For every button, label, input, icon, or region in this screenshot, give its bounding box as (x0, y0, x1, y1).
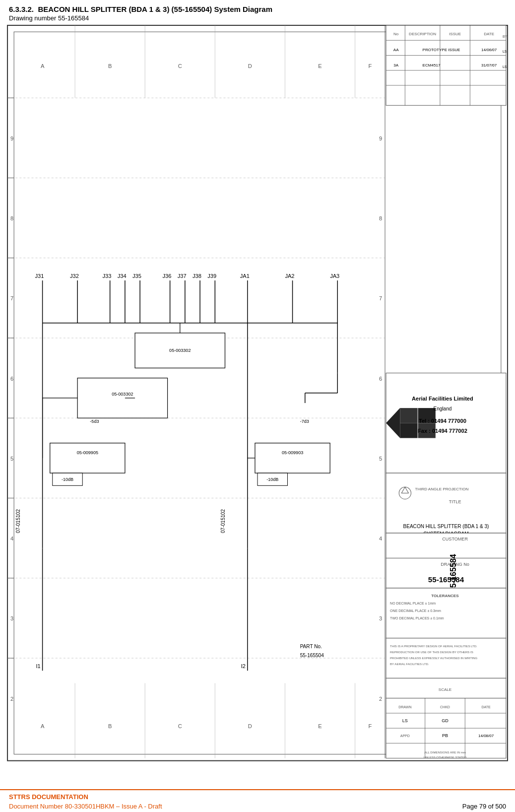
page-container: 6.3.3.2. BEACON HILL SPLITTER (BDA 1 & 3… (0, 0, 515, 812)
svg-text:4: 4 (10, 536, 13, 541)
header-title: 6.3.3.2. BEACON HILL SPLITTER (BDA 1 & 3… (9, 5, 506, 13)
svg-text:6: 6 (10, 376, 13, 382)
svg-text:05-009905: 05-009905 (77, 450, 98, 455)
svg-text:E: E (318, 63, 322, 69)
svg-text:J33: J33 (103, 273, 112, 279)
svg-rect-61 (400, 423, 417, 438)
svg-text:55-165504: 55-165504 (300, 653, 324, 658)
svg-text:-10dB: -10dB (62, 477, 73, 482)
footer-area: STTRS DOCUMENTATION Document Number 80-3… (0, 789, 515, 812)
svg-text:8: 8 (10, 215, 13, 221)
svg-text:Aerial Facilities Limited: Aerial Facilities Limited (412, 396, 473, 402)
sttrs-label: STTRS DOCUMENTATION (9, 793, 506, 801)
svg-text:2: 2 (10, 696, 13, 702)
svg-text:I2: I2 (241, 663, 246, 669)
svg-text:D: D (248, 63, 252, 69)
svg-text:7: 7 (10, 295, 13, 301)
svg-text:PROHIBITED UNLESS EXPRESSLY AU: PROHIBITED UNLESS EXPRESSLY AUTHORISED I… (390, 657, 477, 660)
svg-text:-10dB: -10dB (266, 477, 278, 482)
svg-text:THIS IS A PROPRIETARY DESIGN O: THIS IS A PROPRIETARY DESIGN OF AERIAL F… (390, 645, 477, 648)
svg-text:07-015102: 07-015102 (220, 509, 226, 534)
svg-text:TITLE: TITLE (449, 499, 461, 504)
svg-text:TWO DECIMAL PLACES ± 0.1mm: TWO DECIMAL PLACES ± 0.1mm (390, 616, 444, 620)
section-number: 6.3.3.2. (9, 5, 34, 13)
svg-text:05-003302: 05-003302 (169, 348, 191, 353)
doc-number: Document Number 80-330501HBKM – Issue A … (9, 803, 162, 810)
svg-text:A: A (41, 63, 45, 69)
svg-text:31/07/07: 31/07/07 (481, 63, 497, 68)
svg-text:6: 6 (379, 376, 382, 382)
svg-text:14/06/07: 14/06/07 (481, 48, 497, 52)
svg-text:3A: 3A (393, 63, 398, 68)
svg-text:THIRD ANGLE PROJECTION: THIRD ANGLE PROJECTION (415, 487, 468, 491)
svg-text:Tel : 01494 777000: Tel : 01494 777000 (419, 418, 466, 424)
svg-text:3: 3 (379, 615, 382, 621)
svg-text:DRAWN: DRAWN (398, 705, 411, 709)
svg-text:F: F (368, 723, 372, 729)
svg-text:ONE DECIMAL PLACE ± 0.3mm: ONE DECIMAL PLACE ± 0.3mm (390, 609, 441, 612)
header: 6.3.3.2. BEACON HILL SPLITTER (BDA 1 & 3… (0, 0, 515, 23)
svg-text:B: B (108, 723, 112, 729)
svg-text:J39: J39 (207, 273, 216, 279)
svg-text:JA2: JA2 (285, 273, 294, 279)
svg-text:LS: LS (402, 718, 408, 723)
svg-text:BY: BY (503, 35, 508, 38)
svg-text:BEACON HILL SPLITTER (BDA 1 & : BEACON HILL SPLITTER (BDA 1 & 3) (403, 524, 489, 529)
svg-text:SCALE: SCALE (439, 687, 452, 692)
footer-bottom: Document Number 80-330501HBKM – Issue A … (9, 803, 506, 810)
svg-text:-5d3: -5d3 (90, 419, 99, 424)
svg-text:UNLESS OTHERWISE STATED: UNLESS OTHERWISE STATED (424, 756, 467, 759)
title-text: BEACON HILL SPLITTER (BDA 1 & 3) (55-165… (38, 5, 272, 13)
svg-rect-156 (50, 443, 125, 473)
svg-text:F: F (368, 63, 372, 69)
svg-text:England: England (433, 406, 451, 411)
svg-text:DATE: DATE (484, 32, 494, 36)
svg-text:J36: J36 (162, 273, 171, 279)
svg-text:NO DECIMAL PLACE ± 1mm: NO DECIMAL PLACE ± 1mm (390, 602, 436, 605)
svg-text:D: D (248, 723, 252, 729)
svg-rect-169 (255, 443, 330, 473)
svg-text:JA1: JA1 (240, 273, 250, 279)
svg-text:9: 9 (10, 135, 13, 141)
svg-text:CUSTOMER: CUSTOMER (442, 537, 468, 541)
svg-text:5: 5 (10, 456, 13, 462)
svg-text:TOLERANCES: TOLERANCES (431, 594, 459, 598)
svg-text:5: 5 (379, 456, 382, 462)
svg-text:PART No.: PART No. (300, 644, 322, 649)
svg-text:APPD: APPD (400, 734, 410, 738)
svg-text:55-165584: 55-165584 (449, 554, 457, 592)
page-number: Page 79 of 500 (462, 803, 506, 810)
svg-text:05-003302: 05-003302 (112, 392, 133, 397)
diagram-area: 9 8 7 6 5 4 3 2 9 8 7 6 5 4 3 2 A B C D … (0, 23, 515, 787)
drawing-number: Drawing number 55-165584 (9, 14, 506, 22)
svg-text:LS: LS (503, 50, 507, 53)
svg-rect-160 (77, 378, 167, 418)
svg-text:07-015102: 07-015102 (15, 509, 21, 534)
svg-text:7: 7 (379, 295, 382, 301)
svg-text:PROTOTYPE ISSUE: PROTOTYPE ISSUE (423, 48, 461, 52)
diagram-svg: 9 8 7 6 5 4 3 2 9 8 7 6 5 4 3 2 A B C D … (5, 23, 510, 763)
svg-text:I1: I1 (36, 663, 40, 669)
svg-text:A: A (41, 723, 45, 729)
svg-text:C: C (178, 63, 182, 69)
svg-text:DESCRIPTION: DESCRIPTION (409, 32, 436, 36)
svg-text:PB: PB (442, 733, 448, 738)
svg-text:REPRODUCTION OR USE OF THIS DE: REPRODUCTION OR USE OF THIS DESIGN BY OT… (390, 651, 473, 654)
svg-text:ISSUE: ISSUE (449, 32, 461, 36)
svg-text:J38: J38 (193, 273, 201, 279)
svg-text:AA: AA (393, 48, 399, 52)
svg-text:CHKD: CHKD (440, 705, 450, 709)
svg-text:05-009903: 05-009903 (282, 450, 303, 455)
svg-text:2: 2 (379, 696, 382, 702)
svg-text:GD: GD (442, 718, 449, 723)
svg-text:4: 4 (379, 536, 382, 541)
svg-text:Fax : 01494 777002: Fax : 01494 777002 (418, 428, 467, 434)
svg-text:ALL DIMENSIONS ARE IN mm: ALL DIMENSIONS ARE IN mm (424, 751, 466, 754)
svg-text:JA3: JA3 (330, 273, 339, 279)
svg-text:8: 8 (379, 215, 382, 221)
svg-text:J35: J35 (132, 273, 141, 279)
svg-text:B: B (108, 63, 112, 69)
svg-text:55-165584: 55-165584 (428, 575, 464, 584)
svg-text:-7d3: -7d3 (300, 419, 309, 424)
svg-text:J34: J34 (118, 273, 127, 279)
